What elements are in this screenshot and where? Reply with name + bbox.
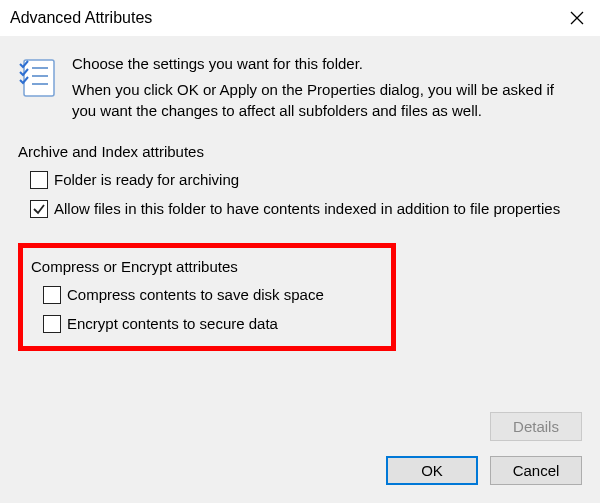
label-allow-indexing: Allow files in this folder to have conte… [54, 199, 582, 219]
label-ready-archiving: Folder is ready for archiving [54, 170, 582, 190]
checkbox-allow-indexing[interactable] [30, 200, 48, 218]
row-ready-archiving[interactable]: Folder is ready for archiving [30, 170, 582, 190]
label-compress: Compress contents to save disk space [67, 285, 383, 305]
checkbox-encrypt[interactable] [43, 315, 61, 333]
label-encrypt: Encrypt contents to secure data [67, 314, 383, 334]
highlight-compress-encrypt: Compress or Encrypt attributes Compress … [18, 243, 396, 351]
checkbox-ready-archiving[interactable] [30, 171, 48, 189]
close-icon [570, 11, 584, 25]
intro-body: When you click OK or Apply on the Proper… [72, 80, 582, 121]
dialog-footer: OK Cancel [386, 456, 582, 485]
details-button: Details [490, 412, 582, 441]
intro-lead: Choose the settings you want for this fo… [72, 54, 582, 74]
cancel-button[interactable]: Cancel [490, 456, 582, 485]
attributes-icon [18, 56, 58, 121]
group-label-archive: Archive and Index attributes [18, 143, 582, 160]
intro-row: Choose the settings you want for this fo… [18, 54, 582, 121]
svg-rect-0 [24, 60, 54, 96]
group-label-compress: Compress or Encrypt attributes [31, 258, 383, 275]
row-compress[interactable]: Compress contents to save disk space [43, 285, 383, 305]
dialog-body: Choose the settings you want for this fo… [0, 36, 600, 503]
details-row: Details [490, 412, 582, 441]
close-button[interactable] [554, 0, 600, 36]
ok-button[interactable]: OK [386, 456, 478, 485]
row-encrypt[interactable]: Encrypt contents to secure data [43, 314, 383, 334]
intro-text: Choose the settings you want for this fo… [72, 54, 582, 121]
titlebar: Advanced Attributes [0, 0, 600, 36]
section-archive: Archive and Index attributes Folder is r… [18, 143, 582, 219]
row-allow-indexing[interactable]: Allow files in this folder to have conte… [30, 199, 582, 219]
dialog-title: Advanced Attributes [10, 9, 152, 27]
checkbox-compress[interactable] [43, 286, 61, 304]
